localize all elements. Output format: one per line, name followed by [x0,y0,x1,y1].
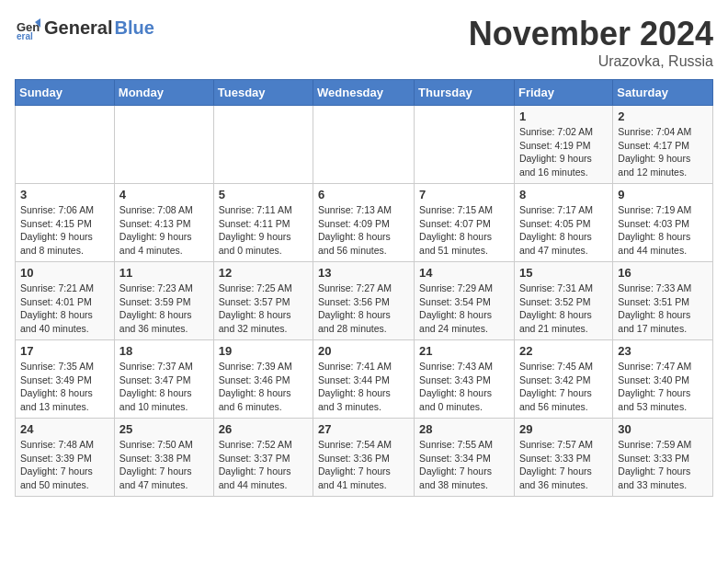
day-info: Sunrise: 7:43 AMSunset: 3:43 PMDaylight:… [419,360,509,414]
day-info: Sunrise: 7:25 AMSunset: 3:57 PMDaylight:… [219,282,308,336]
calendar-cell: 23Sunrise: 7:47 AMSunset: 3:40 PMDayligh… [613,340,713,419]
week-row-4: 17Sunrise: 7:35 AMSunset: 3:49 PMDayligh… [16,340,713,419]
calendar-cell: 25Sunrise: 7:50 AMSunset: 3:38 PMDayligh… [114,419,213,497]
calendar-cell: 24Sunrise: 7:48 AMSunset: 3:39 PMDayligh… [16,419,115,497]
day-number: 2 [618,109,708,123]
calendar-cell [213,106,313,184]
day-number: 19 [219,344,308,358]
day-number: 16 [618,266,708,280]
week-row-3: 10Sunrise: 7:21 AMSunset: 4:01 PMDayligh… [16,262,713,340]
day-info: Sunrise: 7:19 AMSunset: 4:03 PMDaylight:… [618,203,708,258]
calendar-cell: 7Sunrise: 7:15 AMSunset: 4:07 PMDaylight… [415,184,515,262]
day-number: 30 [618,422,708,436]
day-number: 8 [519,188,608,201]
title-area: November 2024 Urazovka, Russia [469,15,713,70]
weekday-wednesday: Wednesday [313,80,415,106]
calendar-cell: 16Sunrise: 7:33 AMSunset: 3:51 PMDayligh… [613,262,713,340]
day-number: 22 [519,344,608,358]
calendar-cell: 11Sunrise: 7:23 AMSunset: 3:59 PMDayligh… [114,262,213,340]
day-number: 27 [318,422,409,436]
day-number: 25 [119,422,209,436]
calendar-cell: 20Sunrise: 7:41 AMSunset: 3:44 PMDayligh… [313,340,415,419]
location: Urazovka, Russia [469,53,713,70]
calendar-cell: 4Sunrise: 7:08 AMSunset: 4:13 PMDaylight… [114,184,213,262]
day-number: 6 [318,188,409,201]
calendar-cell: 30Sunrise: 7:59 AMSunset: 3:33 PMDayligh… [613,419,713,497]
day-info: Sunrise: 7:04 AMSunset: 4:17 PMDaylight:… [618,125,708,179]
calendar-cell: 14Sunrise: 7:29 AMSunset: 3:54 PMDayligh… [415,262,515,340]
weekday-sunday: Sunday [16,80,115,106]
day-number: 9 [618,188,708,201]
day-info: Sunrise: 7:57 AMSunset: 3:33 PMDaylight:… [519,438,608,492]
calendar-cell: 26Sunrise: 7:52 AMSunset: 3:37 PMDayligh… [213,419,313,497]
week-row-5: 24Sunrise: 7:48 AMSunset: 3:39 PMDayligh… [16,419,713,497]
calendar-cell: 6Sunrise: 7:13 AMSunset: 4:09 PMDaylight… [313,184,415,262]
day-info: Sunrise: 7:52 AMSunset: 3:37 PMDaylight:… [219,438,308,492]
day-info: Sunrise: 7:02 AMSunset: 4:19 PMDaylight:… [519,125,608,179]
day-info: Sunrise: 7:13 AMSunset: 4:09 PMDaylight:… [318,203,409,258]
calendar-cell: 9Sunrise: 7:19 AMSunset: 4:03 PMDaylight… [613,184,713,262]
day-number: 20 [318,344,409,358]
calendar-table: SundayMondayTuesdayWednesdayThursdayFrid… [15,79,713,497]
week-row-1: 1Sunrise: 7:02 AMSunset: 4:19 PMDaylight… [16,106,713,184]
day-number: 3 [20,188,109,201]
calendar-cell [415,106,515,184]
day-info: Sunrise: 7:39 AMSunset: 3:46 PMDaylight:… [219,360,308,414]
calendar-cell: 3Sunrise: 7:06 AMSunset: 4:15 PMDaylight… [16,184,115,262]
calendar-cell: 1Sunrise: 7:02 AMSunset: 4:19 PMDaylight… [514,106,612,184]
weekday-friday: Friday [514,80,612,106]
calendar-cell: 12Sunrise: 7:25 AMSunset: 3:57 PMDayligh… [213,262,313,340]
day-info: Sunrise: 7:47 AMSunset: 3:40 PMDaylight:… [618,360,708,414]
header: Gen eral GeneralBlue November 2024 Urazo… [15,15,713,70]
day-number: 21 [419,344,509,358]
day-info: Sunrise: 7:59 AMSunset: 3:33 PMDaylight:… [618,438,708,492]
day-info: Sunrise: 7:29 AMSunset: 3:54 PMDaylight:… [419,282,509,336]
day-number: 29 [519,422,608,436]
day-number: 28 [419,422,509,436]
day-number: 11 [119,266,209,280]
month-title: November 2024 [469,15,713,53]
calendar-cell: 17Sunrise: 7:35 AMSunset: 3:49 PMDayligh… [16,340,115,419]
day-number: 14 [419,266,509,280]
day-info: Sunrise: 7:35 AMSunset: 3:49 PMDaylight:… [20,360,109,414]
day-info: Sunrise: 7:37 AMSunset: 3:47 PMDaylight:… [119,360,209,414]
day-info: Sunrise: 7:50 AMSunset: 3:38 PMDaylight:… [119,438,209,492]
day-info: Sunrise: 7:21 AMSunset: 4:01 PMDaylight:… [20,282,109,336]
calendar-cell: 19Sunrise: 7:39 AMSunset: 3:46 PMDayligh… [213,340,313,419]
logo-general: General [44,17,112,38]
calendar-cell: 15Sunrise: 7:31 AMSunset: 3:52 PMDayligh… [514,262,612,340]
day-number: 5 [219,188,308,201]
calendar-cell: 27Sunrise: 7:54 AMSunset: 3:36 PMDayligh… [313,419,415,497]
logo-icon: Gen eral [15,15,40,40]
day-info: Sunrise: 7:23 AMSunset: 3:59 PMDaylight:… [119,282,209,336]
day-number: 13 [318,266,409,280]
calendar-cell [16,106,115,184]
day-number: 7 [419,188,509,201]
weekday-monday: Monday [114,80,213,106]
day-number: 24 [20,422,109,436]
day-info: Sunrise: 7:27 AMSunset: 3:56 PMDaylight:… [318,282,409,336]
calendar-cell: 22Sunrise: 7:45 AMSunset: 3:42 PMDayligh… [514,340,612,419]
calendar-cell: 21Sunrise: 7:43 AMSunset: 3:43 PMDayligh… [415,340,515,419]
logo-name: GeneralBlue [44,17,154,38]
calendar-cell: 8Sunrise: 7:17 AMSunset: 4:05 PMDaylight… [514,184,612,262]
day-number: 10 [20,266,109,280]
day-number: 1 [519,109,608,123]
day-info: Sunrise: 7:31 AMSunset: 3:52 PMDaylight:… [519,282,608,336]
calendar-cell: 29Sunrise: 7:57 AMSunset: 3:33 PMDayligh… [514,419,612,497]
day-info: Sunrise: 7:11 AMSunset: 4:11 PMDaylight:… [219,203,308,258]
weekday-saturday: Saturday [613,80,713,106]
day-info: Sunrise: 7:48 AMSunset: 3:39 PMDaylight:… [20,438,109,492]
weekday-tuesday: Tuesday [213,80,313,106]
svg-text:eral: eral [17,31,33,40]
day-number: 23 [618,344,708,358]
day-info: Sunrise: 7:06 AMSunset: 4:15 PMDaylight:… [20,203,109,258]
weekday-header-row: SundayMondayTuesdayWednesdayThursdayFrid… [16,80,713,106]
day-info: Sunrise: 7:15 AMSunset: 4:07 PMDaylight:… [419,203,509,258]
day-info: Sunrise: 7:54 AMSunset: 3:36 PMDaylight:… [318,438,409,492]
week-row-2: 3Sunrise: 7:06 AMSunset: 4:15 PMDaylight… [16,184,713,262]
day-number: 17 [20,344,109,358]
calendar-cell: 2Sunrise: 7:04 AMSunset: 4:17 PMDaylight… [613,106,713,184]
calendar-cell: 5Sunrise: 7:11 AMSunset: 4:11 PMDaylight… [213,184,313,262]
day-info: Sunrise: 7:41 AMSunset: 3:44 PMDaylight:… [318,360,409,414]
